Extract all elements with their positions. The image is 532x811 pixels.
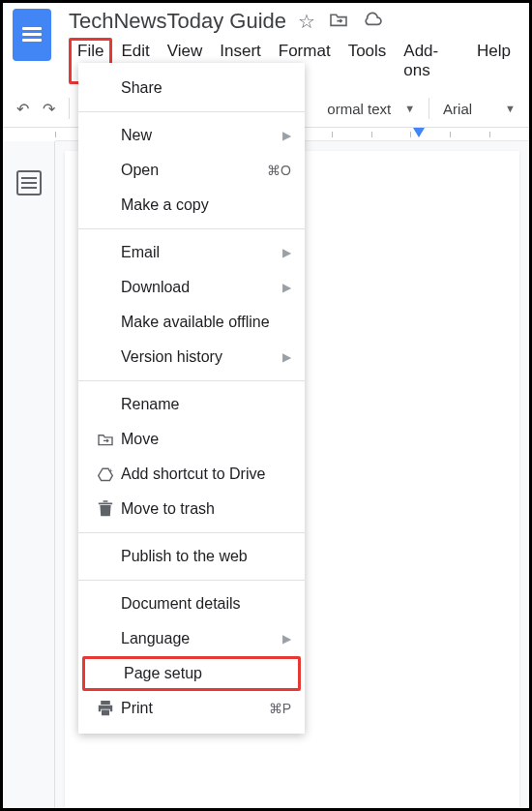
menu-item-download[interactable]: Download ▶	[78, 270, 305, 305]
menu-item-version-history[interactable]: Version history ▶	[78, 340, 305, 375]
menu-label: New	[119, 127, 282, 144]
trash-icon	[92, 500, 119, 518]
menu-item-make-copy[interactable]: Make a copy	[78, 188, 305, 223]
style-selector-label[interactable]: ormal text	[327, 101, 391, 117]
menu-label: Make available offline	[119, 314, 291, 331]
menu-label: Download	[119, 279, 282, 296]
menu-item-email[interactable]: Email ▶	[78, 235, 305, 270]
star-icon[interactable]: ☆	[298, 10, 315, 33]
menu-label: Make a copy	[119, 196, 291, 214]
menu-label: Open	[119, 162, 267, 179]
font-selector-label[interactable]: Arial	[443, 101, 472, 117]
toolbar-separator	[429, 98, 429, 119]
print-icon	[92, 701, 119, 716]
style-dropdown-caret-icon[interactable]: ▼	[404, 103, 415, 114]
menu-label: Print	[119, 700, 269, 717]
menu-label: Publish to the web	[119, 548, 291, 565]
menu-item-print[interactable]: Print ⌘P	[78, 691, 305, 726]
docs-logo-icon[interactable]	[13, 9, 51, 61]
menu-item-publish[interactable]: Publish to the web	[78, 539, 305, 574]
menu-item-new[interactable]: New ▶	[78, 118, 305, 153]
menu-addons[interactable]: Add-ons	[395, 38, 468, 84]
menu-item-move[interactable]: Move	[78, 422, 305, 457]
menu-tools[interactable]: Tools	[340, 38, 396, 84]
menu-item-rename[interactable]: Rename	[78, 387, 305, 422]
submenu-arrow-icon: ▶	[282, 281, 291, 294]
file-dropdown-menu: Share New ▶ Open ⌘O Make a copy Email ▶ …	[78, 63, 305, 734]
undo-icon[interactable]: ↶	[16, 100, 29, 118]
document-outline-icon[interactable]	[16, 170, 42, 195]
menu-item-details[interactable]: Document details	[78, 586, 305, 621]
menu-separator	[78, 111, 305, 112]
cloud-save-icon[interactable]	[362, 10, 383, 33]
menu-label: Document details	[119, 595, 291, 613]
menu-separator	[78, 580, 305, 581]
menu-separator	[78, 228, 305, 229]
menu-separator	[78, 380, 305, 381]
submenu-arrow-icon: ▶	[282, 246, 291, 259]
shortcut-label: ⌘P	[269, 701, 291, 716]
menu-label: Move to trash	[119, 500, 291, 518]
menu-label: Move	[119, 431, 291, 448]
menu-item-language[interactable]: Language ▶	[78, 621, 305, 656]
menu-item-offline[interactable]: Make available offline	[78, 305, 305, 340]
move-icon	[92, 433, 119, 446]
menu-label: Language	[119, 630, 282, 647]
menu-item-share[interactable]: Share	[78, 71, 305, 105]
menu-label: Rename	[119, 396, 291, 413]
move-folder-icon[interactable]	[329, 10, 348, 33]
menu-label: Email	[119, 244, 282, 261]
submenu-arrow-icon: ▶	[282, 129, 291, 142]
menu-item-trash[interactable]: Move to trash	[78, 492, 305, 526]
menu-item-add-shortcut[interactable]: + Add shortcut to Drive	[78, 457, 305, 492]
menu-separator	[78, 532, 305, 533]
menu-label: Share	[119, 79, 291, 97]
menu-item-open[interactable]: Open ⌘O	[78, 153, 305, 188]
font-dropdown-caret-icon[interactable]: ▼	[505, 103, 516, 114]
shortcut-label: ⌘O	[267, 163, 291, 178]
toolbar-separator	[69, 98, 70, 119]
drive-shortcut-icon: +	[92, 466, 119, 482]
left-gutter	[3, 141, 55, 811]
menu-label: Add shortcut to Drive	[119, 466, 291, 483]
document-title[interactable]: TechNewsToday Guide	[69, 9, 286, 34]
svg-text:+: +	[108, 466, 113, 475]
submenu-arrow-icon: ▶	[282, 632, 291, 646]
menu-label: Version history	[119, 348, 282, 366]
menu-help[interactable]: Help	[468, 38, 519, 84]
ruler-indent-marker-icon[interactable]	[413, 128, 425, 137]
submenu-arrow-icon: ▶	[282, 350, 291, 364]
menu-label: Page setup	[122, 665, 288, 682]
menu-item-page-setup[interactable]: Page setup	[82, 656, 301, 691]
redo-icon[interactable]: ↷	[43, 100, 55, 118]
